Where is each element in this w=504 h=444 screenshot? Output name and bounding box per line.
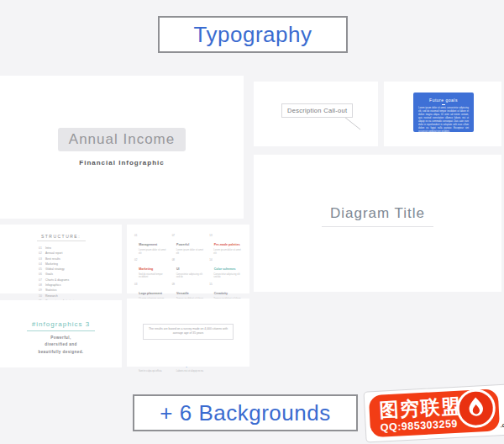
feature-item-description: Sunt in culpa qui officia — [139, 370, 167, 373]
feature-item-title: Color schemes — [214, 267, 236, 271]
feature-item: 07PowerfulLorem ipsum dolor sit amet eli… — [172, 234, 205, 255]
watermark-logo: .cn/ 图穷联盟 QQ:985303259 — [364, 383, 504, 442]
slide-annual-income: Annual Income Financial Infographic — [0, 76, 244, 219]
feature-item-title: Marketing — [139, 267, 153, 271]
feature-item-title: UI — [176, 267, 180, 271]
template-preview-page: { "header": { "title": "Typography" }, "… — [0, 0, 504, 444]
feature-item-number: 09 — [172, 283, 175, 286]
survey-note-box: The results are based on a survey made o… — [143, 324, 234, 340]
feature-item: 02MarketingSed do eiusmod tempor incidid… — [134, 258, 167, 279]
feature-item-number: 08 — [172, 258, 175, 262]
diagram-title-text: Diagram Title — [322, 205, 433, 227]
feature-item-title: Pre-made palettes — [214, 243, 240, 246]
feature-item-description: Consectetur adipiscing elit sed do — [213, 273, 242, 279]
feature-item-title: Management — [139, 243, 157, 246]
typography-title-box: Typography — [158, 16, 348, 53]
feature-item: 08UIConsectetur adipiscing elit sed do — [172, 258, 205, 279]
future-goals-box: Future goals Lorem ipsum dolor sit amet,… — [413, 92, 474, 132]
future-goals-divider — [442, 104, 445, 105]
infographics-tagline-line: diversified and — [0, 341, 122, 348]
feature-item: 01ManagementLorem ipsum dolor sit amet e… — [134, 234, 167, 255]
future-goals-body: Lorem ipsum dolor sit amet, consectetur … — [413, 107, 474, 132]
feature-item-description: Consectetur adipiscing elit sed do — [176, 273, 205, 279]
infographics-tagline: Powerful, diversified and beautifully de… — [0, 335, 122, 356]
feature-item-description: Lorem ipsum dolor sit amet elit — [213, 249, 242, 255]
feature-item-title: Logo placement — [139, 292, 162, 295]
feature-item-description: Sed do eiusmod tempor incididunt — [139, 273, 167, 279]
backgrounds-count-label: + 6 Backgrounds — [160, 400, 330, 426]
feature-item-number: 03 — [134, 283, 137, 286]
feature-item-title: Powerful — [176, 243, 189, 246]
slide-feature-list: 01ManagementLorem ipsum dolor sit amet e… — [127, 225, 249, 293]
infographics-title: #infographics 3 — [27, 320, 95, 331]
feature-item: 15CreativityTempor incididunt ut labore — [209, 283, 242, 301]
infographics-tagline-line: beautifully designed. — [0, 349, 122, 356]
backgrounds-count-box: + 6 Backgrounds — [133, 394, 358, 431]
feature-item-description: Laboris nisi ut aliquip ex ea — [176, 370, 205, 373]
future-goals-title: Future goals — [413, 98, 474, 103]
feature-item-title: Versatile — [176, 292, 189, 295]
slide-diagram-title: Diagram Title — [254, 155, 501, 292]
feature-item-description: Lorem ipsum dolor sit amet elit — [176, 249, 205, 255]
feature-item-number: 15 — [209, 283, 212, 286]
callout-label: Description Call-out — [281, 103, 353, 118]
feature-item-number: 13 — [209, 234, 212, 237]
slide-structure: STRUCTURE: 01Intro02Annual report03Best … — [0, 225, 122, 293]
feature-item-number: 02 — [134, 258, 137, 262]
typography-title: Typography — [194, 22, 312, 48]
slide-description-callout: Description Call-out — [254, 82, 378, 146]
feature-item: 13Pre-made palettesLorem ipsum dolor sit… — [209, 234, 242, 255]
annual-income-subtitle: Financial Infographic — [0, 159, 244, 166]
flame-icon — [463, 395, 490, 422]
feature-item: 14Color schemesConsectetur adipiscing el… — [209, 258, 242, 279]
watermark-url-suffix: .cn/ — [501, 422, 504, 429]
feature-item-number: 01 — [134, 234, 137, 237]
annual-income-title: Annual Income — [58, 128, 186, 151]
slide-infographics: #infographics 3 Powerful, diversified an… — [0, 300, 122, 367]
feature-item-title: Creativity — [214, 292, 228, 295]
slide-survey-note: The results are based on a survey made o… — [127, 299, 249, 367]
feature-item-description: Lorem ipsum dolor sit amet elit — [139, 249, 167, 255]
slide-future-goals: Future goals Lorem ipsum dolor sit amet,… — [384, 82, 501, 146]
infographics-tagline-line: Powerful, — [0, 335, 122, 341]
structure-heading: STRUCTURE: — [37, 234, 86, 241]
feature-item-number: 14 — [209, 258, 212, 262]
feature-item-number: 07 — [172, 234, 175, 237]
